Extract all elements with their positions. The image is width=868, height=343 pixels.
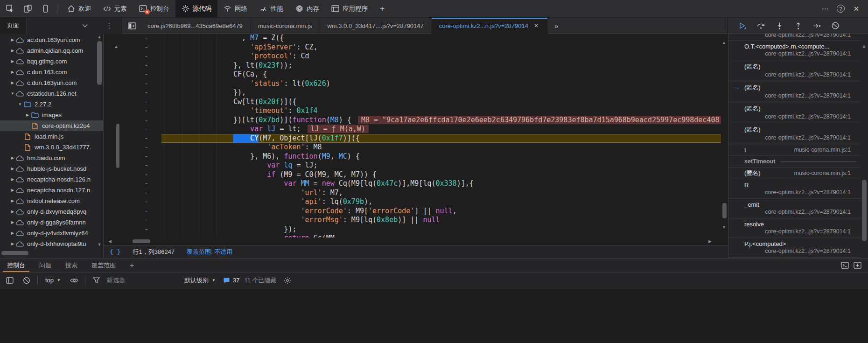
- tree-item-images[interactable]: ▶images: [0, 110, 103, 120]
- editor-vscrollbar[interactable]: ▲ ▼: [721, 34, 728, 238]
- drawer-tab-覆盖范围[interactable]: 覆盖范围: [84, 259, 123, 272]
- console-messages-area[interactable]: [0, 288, 868, 343]
- file-tab[interactable]: core.js?68fb969...435ca69e8e6479: [140, 18, 251, 34]
- add-drawer-tab-button[interactable]: +: [123, 259, 141, 272]
- code-line[interactable]: - 'api': lq(0x79b),: [104, 197, 721, 207]
- tree-item-only-d-lxhhovioptai9tu[interactable]: ▶only-d-lxhhovioptai9tu: [0, 238, 103, 249]
- tree-item-ac.dun.163yun.com[interactable]: ▶ac.dun.163yun.com: [0, 35, 103, 45]
- file-tab[interactable]: wm.3.0.0_33d417....js?v=28790147: [320, 18, 431, 34]
- scroll-right-icon[interactable]: ▶: [708, 239, 712, 244]
- gutter-scrollbar-thumb[interactable]: [116, 124, 119, 168]
- clear-console-icon[interactable]: [21, 275, 33, 286]
- dock-drawer-icon[interactable]: [854, 262, 861, 269]
- step-out-button[interactable]: [791, 19, 805, 32]
- code-line[interactable]: - if (M9 = C0(M9, MC, M7)) {: [104, 170, 721, 180]
- execution-line[interactable]: - CY(M7, Object[lJ(0x1f7)]({: [104, 134, 721, 143]
- gutter-line-number[interactable]: -: [104, 207, 161, 216]
- gutter-line-number[interactable]: -: [104, 179, 161, 189]
- tool-tab-内存[interactable]: 内存: [289, 0, 325, 18]
- gutter-line-number[interactable]: -: [104, 216, 161, 225]
- tree-item-hubble-js-bucket.nosd[interactable]: ▶hubble-js-bucket.nosd: [0, 163, 103, 174]
- gutter-line-number[interactable]: -: [104, 189, 161, 198]
- expander-icon[interactable]: ▶: [24, 113, 31, 117]
- stack-frame[interactable]: O.T.<computed>.m.<compute...core-optimi.…: [728, 41, 861, 60]
- focus-page-button[interactable]: [37, 2, 53, 16]
- expander-icon[interactable]: ▶: [9, 210, 16, 214]
- pretty-print-button[interactable]: { }: [110, 248, 120, 255]
- stack-frame-partial[interactable]: core-optimi.kz2...js?v=2879014:1: [728, 34, 861, 41]
- gutter-line-number[interactable]: -: [104, 88, 161, 98]
- expander-icon[interactable]: ▶: [9, 242, 16, 246]
- tool-tab-性能[interactable]: 性能: [253, 0, 289, 18]
- gutter-line-number[interactable]: -: [104, 98, 161, 107]
- tab-page-navigator[interactable]: 页面: [0, 18, 27, 34]
- console-filter-input[interactable]: [107, 277, 177, 284]
- gutter-line-number[interactable]: -: [104, 161, 161, 170]
- help-button[interactable]: ?: [837, 5, 845, 13]
- device-emulation-button[interactable]: [20, 2, 35, 16]
- tool-tab-网络[interactable]: 网络: [217, 0, 253, 18]
- code-line[interactable]: - return Cc(MM: [104, 234, 721, 238]
- tree-item-admin.qidian.qq.com[interactable]: ▶admin.qidian.qq.com: [0, 45, 103, 56]
- stack-frame[interactable]: (匿名)core-optimi.kz2...js?v=2879014:1: [728, 102, 861, 123]
- tree-item-hm.baidu.com[interactable]: ▶hm.baidu.com: [0, 153, 103, 163]
- step-over-button[interactable]: [754, 19, 767, 32]
- gutter-line-number[interactable]: -: [104, 43, 161, 52]
- console-settings-gear-icon[interactable]: [281, 275, 294, 286]
- close-tab-icon[interactable]: ✕: [532, 21, 540, 30]
- editor-vscrollbar-thumb[interactable]: [722, 203, 727, 218]
- more-options-button[interactable]: ⋯: [818, 2, 832, 15]
- file-tab[interactable]: music-corona.min.js: [251, 18, 320, 34]
- code-line[interactable]: - 'protocol': Cd: [104, 52, 721, 61]
- tree-item-2.27.2[interactable]: ▼2.27.2: [0, 99, 103, 110]
- code-line[interactable]: - 'url': M7,: [104, 189, 721, 198]
- scroll-up-icon[interactable]: ▲: [722, 40, 726, 45]
- scroll-up-icon[interactable]: ▲: [862, 44, 866, 49]
- gutter-line-number[interactable]: -: [104, 61, 161, 70]
- code-line[interactable]: -}),: [104, 88, 721, 98]
- expander-icon[interactable]: ▶: [9, 49, 16, 53]
- expander-icon[interactable]: ▶: [9, 177, 16, 182]
- tree-item-only-d-dxvymedq8pvq[interactable]: ▶only-d-dxvymedq8pvq: [0, 206, 103, 217]
- code-line[interactable]: - 'acToken': M8: [104, 143, 721, 152]
- drawer-tab-问题[interactable]: 问题: [32, 259, 58, 272]
- drawer-tab-控制台[interactable]: 控制台: [0, 259, 32, 272]
- stack-frame[interactable]: _emitcore-optimi.kz2...js?v=2879014:1: [728, 199, 861, 218]
- console-sidebar-icon[interactable]: [4, 275, 16, 286]
- editor-hscrollbar-thumb[interactable]: [133, 239, 150, 243]
- drawer-tab-搜索[interactable]: 搜索: [58, 259, 84, 272]
- expander-icon[interactable]: ▶: [9, 231, 16, 235]
- navigator-more-icon[interactable]: ⋮: [105, 21, 114, 30]
- scroll-down-icon[interactable]: ▼: [722, 225, 726, 230]
- gutter-line-number[interactable]: -: [104, 134, 161, 143]
- step-into-button[interactable]: [773, 19, 786, 32]
- stack-frame[interactable]: P.j.<computed>core-optimi.kz2...js?v=287…: [728, 238, 861, 258]
- tree-item-nstool.netease.com[interactable]: ▶nstool.netease.com: [0, 196, 103, 206]
- tree-scroll-down-icon[interactable]: ▼: [97, 242, 102, 247]
- code-line[interactable]: - 'apiServer': CZ,: [104, 43, 721, 52]
- expander-icon[interactable]: ▼: [17, 102, 23, 106]
- gutter-line-number[interactable]: -: [104, 125, 161, 134]
- tool-tab-应用程序[interactable]: 应用程序: [325, 0, 374, 18]
- stack-frame[interactable]: tmusic-corona.min.js:1: [728, 144, 861, 156]
- code-line[interactable]: - }, M6), function(M9, MC) {: [104, 152, 721, 161]
- code-line[interactable]: -}, lt(0x23f));: [104, 61, 721, 70]
- expander-icon[interactable]: ▶: [9, 156, 16, 160]
- resume-button[interactable]: [735, 19, 749, 32]
- gutter-line-number[interactable]: -: [104, 70, 161, 79]
- code-line[interactable]: - var MM = new Cq(M9[lq(0x47c)],M9[lq(0x…: [104, 179, 721, 189]
- inspect-button[interactable]: [2, 2, 18, 16]
- code-line[interactable]: - });: [104, 225, 721, 234]
- expander-icon[interactable]: ▶: [9, 70, 16, 74]
- coverage-status-link[interactable]: 覆盖范围: 不适用: [187, 248, 232, 256]
- code-line[interactable]: -})[lt(0x7bd)](function(M8) {M8 = "9ca17…: [104, 116, 721, 125]
- tree-item-only-d-jv4vdxflvmlyz64[interactable]: ▶only-d-jv4vdxflvmlyz64: [0, 228, 103, 238]
- navigator-toggle-icon[interactable]: [124, 18, 140, 34]
- console-panel-icon[interactable]: [841, 262, 849, 269]
- stack-frame[interactable]: resolvecore-optimi.kz2...js?v=2879014:1: [728, 218, 861, 238]
- tool-tab-源代码[interactable]: 源代码: [175, 0, 218, 18]
- tree-item-c.dun.163yun.com[interactable]: ▶c.dun.163yun.com: [0, 77, 103, 88]
- context-selector[interactable]: top▼: [42, 277, 63, 284]
- gutter-line-number[interactable]: -: [104, 170, 161, 180]
- gutter-marker-icon[interactable]: ▲: [114, 44, 119, 49]
